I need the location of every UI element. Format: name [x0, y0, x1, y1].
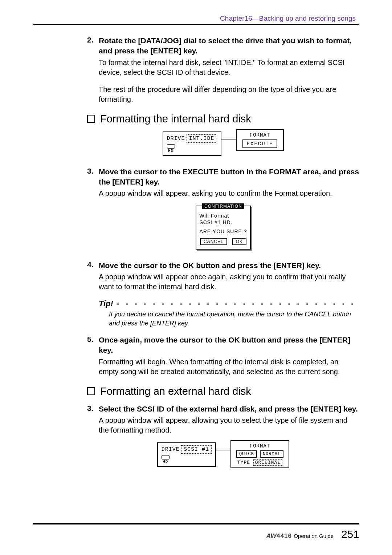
confirm-line2: SCSI #1 HD.: [199, 219, 247, 226]
quick-button: QUICK: [236, 450, 257, 458]
step-3: 3. Move the cursor to the EXECUTE button…: [87, 167, 359, 187]
type-label: TYPE: [237, 460, 250, 465]
step-2-body: To format the internal hard disk, select…: [99, 58, 359, 77]
hd-icon: [167, 144, 175, 149]
tip-dots: ● ● ● ● ● ● ● ● ● ● ● ● ● ● ● ● ● ● ● ● …: [117, 302, 359, 306]
step-2: 2. Rotate the [DATA/JOG] dial to select …: [87, 36, 359, 56]
step-5-body: Formatting will begin. When formatting o…: [99, 357, 359, 377]
drive-label: DRIVE: [167, 135, 185, 142]
step-4-body: A popup window will appear once again, a…: [99, 272, 359, 292]
square-icon: [87, 387, 95, 395]
step-3b-body: A popup window will appear, allowing you…: [99, 416, 359, 435]
drive-value: SCSI #1: [181, 445, 212, 454]
connector-line: [216, 450, 230, 450]
step-2-note: The rest of the procedure will differ de…: [99, 85, 359, 104]
step-number: 3.: [87, 167, 99, 187]
hd-label: HD: [163, 459, 168, 464]
confirm-sure: ARE YOU SURE ?: [199, 228, 247, 235]
step-3-body: A popup window will appear, asking you t…: [99, 189, 359, 198]
step-title: Rotate the [DATA/JOG] dial to select the…: [99, 36, 359, 56]
confirm-line1: Will Format: [199, 213, 247, 219]
header-rule: [33, 24, 359, 25]
footer-rule: [33, 523, 359, 524]
drive-value: INT.IDE: [187, 134, 217, 143]
step-title: Select the SCSI ID of the external hard …: [99, 404, 358, 414]
chapter-header: Chapter16—Backing up and restoring songs: [33, 15, 359, 23]
drive-label: DRIVE: [162, 446, 180, 453]
format-label: FORMAT: [242, 132, 278, 138]
step-number: 2.: [87, 36, 99, 56]
step-title: Move the cursor to the OK button and pre…: [99, 260, 321, 271]
hd-icon: [162, 455, 170, 459]
type-value: ORIGINAL: [253, 459, 282, 466]
confirmation-popup: CONFIRMATION Will Format SCSI #1 HD. ARE…: [87, 206, 359, 250]
connector-line: [221, 139, 236, 139]
tip-icon: Tip!: [99, 299, 113, 308]
tip-row: Tip! ● ● ● ● ● ● ● ● ● ● ● ● ● ● ● ● ● ●…: [99, 299, 359, 308]
diagram-drive-scsi: DRIVE SCSI #1 HD FORMAT QUICK NORMAL: [87, 442, 359, 468]
ok-button: OK: [232, 238, 246, 245]
square-icon: [87, 115, 95, 123]
hd-label: HD: [168, 149, 173, 153]
step-4: 4. Move the cursor to the OK button and …: [87, 260, 359, 271]
footer-guide: Operation Guide: [294, 533, 334, 539]
footer-model-4416: 4416: [277, 532, 292, 539]
footer-model-aw: AW: [266, 532, 277, 539]
tip-text: If you decide to cancel the format opera…: [109, 310, 359, 328]
format-label: FORMAT: [236, 443, 283, 449]
step-3b: 3. Select the SCSI ID of the external ha…: [87, 404, 359, 414]
normal-button: NORMAL: [260, 450, 283, 458]
footer-page-number: 251: [341, 528, 359, 540]
confirmation-title: CONFIRMATION: [202, 203, 244, 209]
section-external: Formatting an external hard disk: [87, 385, 359, 397]
section-title: Formatting an external hard disk: [100, 385, 251, 397]
execute-button: EXECUTE: [242, 139, 278, 148]
section-title: Formatting the internal hard disk: [100, 113, 251, 125]
step-number: 3.: [87, 404, 99, 414]
cancel-button: CANCEL: [200, 238, 227, 245]
step-number: 5.: [87, 335, 99, 356]
step-5: 5. Once again, move the cursor to the OK…: [87, 335, 359, 356]
step-number: 4.: [87, 260, 99, 271]
section-internal: Formatting the internal hard disk: [87, 113, 359, 125]
diagram-drive-format: DRIVE INT.IDE HD FORMAT EXECUTE: [87, 131, 359, 156]
page-footer: AW4416 Operation Guide 251: [33, 520, 359, 540]
step-title: Move the cursor to the EXECUTE button in…: [99, 167, 359, 187]
step-title: Once again, move the cursor to the OK bu…: [99, 335, 359, 356]
